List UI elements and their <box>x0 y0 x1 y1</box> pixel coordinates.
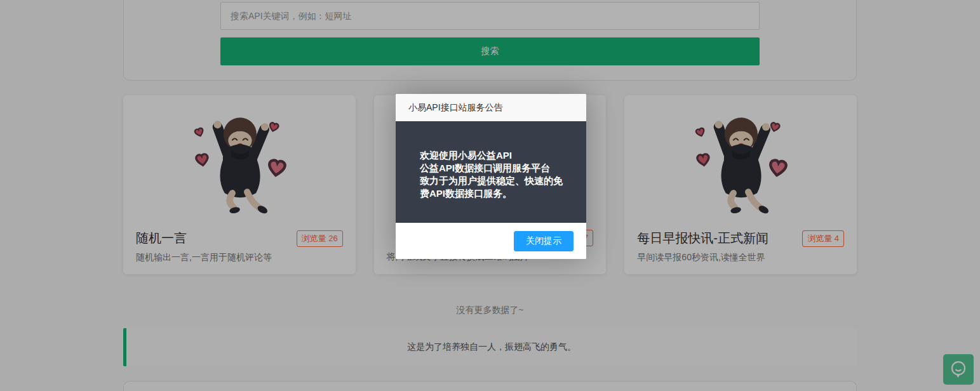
announcement-modal: 小易API接口站服务公告 欢迎使用小易公益API 公益API数据接口调用服务平台… <box>396 94 586 259</box>
modal-title: 小易API接口站服务公告 <box>408 102 503 112</box>
modal-title-bar[interactable]: 小易API接口站服务公告 <box>396 94 586 121</box>
modal-body: 欢迎使用小易公益API 公益API数据接口调用服务平台 致力于为用户提供稳定、快… <box>396 121 586 223</box>
close-announcement-button[interactable]: 关闭提示 <box>514 231 574 251</box>
modal-body-line: 欢迎使用小易公益API <box>420 149 568 162</box>
modal-body-line: 致力于为用户提供稳定、快速的免费API数据接口服务。 <box>420 175 568 200</box>
modal-body-line: 公益API数据接口调用服务平台 <box>420 162 568 175</box>
modal-footer: 关闭提示 <box>396 223 586 259</box>
